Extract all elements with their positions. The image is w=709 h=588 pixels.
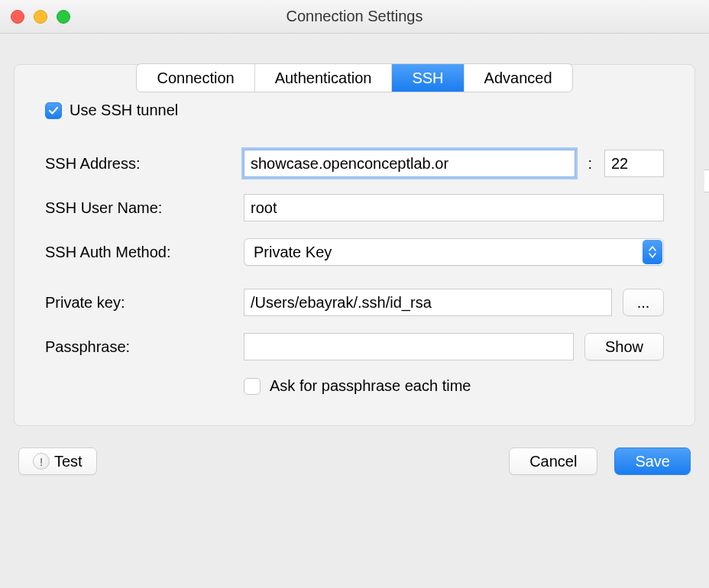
browse-private-key-button[interactable]: ...	[623, 289, 664, 316]
tab-segment: Connection Authentication SSH Advanced	[137, 64, 571, 92]
cancel-button[interactable]: Cancel	[509, 447, 597, 475]
ssh-auth-method-value: Private Key	[254, 244, 332, 261]
ssh-auth-method-label: SSH Auth Method:	[45, 244, 244, 261]
ask-passphrase-label: Ask for passphrase each time	[270, 377, 471, 395]
ssh-panel: Use SSH tunnel SSH Address: : SSH User N…	[14, 64, 695, 426]
tabs: Connection Authentication SSH Advanced	[14, 64, 695, 92]
use-ssh-tunnel-checkbox[interactable]	[45, 102, 62, 119]
test-button-label: Test	[54, 453, 83, 470]
minimize-window-button[interactable]	[34, 10, 47, 24]
check-icon	[47, 105, 60, 117]
ssh-username-label: SSH User Name:	[45, 199, 244, 217]
ssh-port-input[interactable]	[604, 150, 664, 177]
window-titlebar: Connection Settings	[0, 0, 709, 34]
close-window-button[interactable]	[11, 10, 24, 24]
traffic-lights	[0, 10, 70, 24]
passphrase-input[interactable]	[244, 333, 574, 360]
select-arrows-icon	[643, 240, 662, 264]
content-area: Connection Authentication SSH Advanced U…	[0, 34, 709, 588]
ssh-username-input[interactable]	[244, 194, 664, 221]
zoom-window-button[interactable]	[57, 10, 70, 24]
ssh-address-input[interactable]	[244, 150, 575, 177]
ssh-address-label: SSH Address:	[45, 155, 244, 173]
private-key-label: Private key:	[45, 294, 244, 312]
private-key-input[interactable]	[244, 289, 612, 316]
use-ssh-tunnel-row: Use SSH tunnel	[45, 102, 664, 119]
tab-connection[interactable]: Connection	[137, 64, 254, 92]
adjacent-window-edge	[704, 170, 709, 192]
footer-buttons: ! Test Cancel Save	[14, 447, 695, 475]
use-ssh-tunnel-label: Use SSH tunnel	[70, 102, 178, 119]
ask-passphrase-checkbox[interactable]	[244, 378, 261, 395]
tab-ssh[interactable]: SSH	[392, 64, 464, 92]
passphrase-label: Passphrase:	[45, 338, 244, 356]
tab-advanced[interactable]: Advanced	[465, 64, 572, 92]
show-passphrase-button[interactable]: Show	[584, 333, 664, 360]
tab-authentication[interactable]: Authentication	[255, 64, 393, 92]
test-button[interactable]: ! Test	[18, 447, 97, 475]
address-port-separator: :	[586, 155, 594, 173]
save-button[interactable]: Save	[614, 447, 691, 475]
ssh-auth-method-select[interactable]: Private Key	[244, 238, 664, 266]
exclamation-icon: !	[33, 453, 50, 470]
window-title: Connection Settings	[0, 8, 709, 25]
ask-passphrase-row: Ask for passphrase each time	[244, 377, 664, 395]
